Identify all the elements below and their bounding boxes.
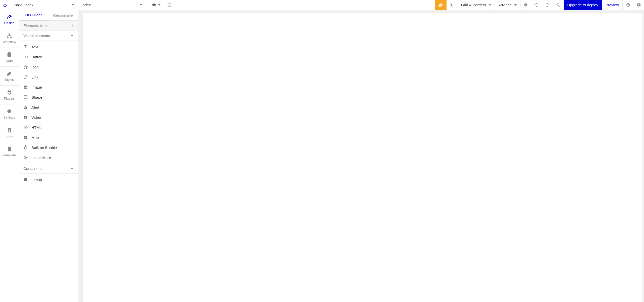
palette-item[interactable]: Link [19, 72, 78, 82]
settings-icon [7, 108, 12, 114]
3d-view-button[interactable] [520, 0, 531, 10]
logs-icon [7, 127, 12, 133]
chevron-right-icon [72, 24, 73, 27]
rail-item-label: Workflow [3, 40, 16, 44]
rail-item-label: Plugins [4, 97, 15, 100]
rail-item-logs[interactable]: Logs [0, 123, 19, 142]
edit-menu[interactable]: Edit [146, 0, 164, 10]
link-icon [23, 75, 28, 79]
elements-tree-header[interactable]: Elements tree [19, 21, 78, 31]
account-button[interactable] [633, 0, 644, 10]
elements-panel: UI Builder Responsive Elements tree Visu… [19, 10, 78, 302]
palette-item[interactable]: Video [19, 112, 78, 122]
gift-button[interactable] [435, 0, 447, 10]
palette-item-label: Text [31, 45, 38, 49]
left-rail: DesignWorkflowDataStylesPluginsSettingsL… [0, 10, 19, 302]
svg-point-2 [168, 3, 171, 7]
svg-line-7 [559, 6, 560, 7]
help-button[interactable] [623, 0, 633, 10]
caret-down-icon [140, 4, 142, 6]
preview-button[interactable]: Preview [602, 0, 623, 10]
arrange-label: Arrange [498, 3, 512, 7]
caret-down-icon [71, 35, 73, 36]
palette-item[interactable]: Built on Bubble [19, 142, 78, 153]
rail-item-styles[interactable]: Styles [0, 67, 19, 86]
palette-item[interactable]: Icon [19, 62, 78, 72]
caret-down-icon [71, 168, 73, 169]
section-title: Containers [23, 166, 42, 171]
caret-down-icon [489, 4, 491, 6]
caret-down-icon [514, 4, 517, 6]
grid-borders-label: Grid & Borders [461, 3, 486, 7]
palette-item[interactable]: Text [19, 42, 78, 52]
preview-label: Preview [606, 3, 619, 7]
grid-borders-menu[interactable]: Grid & Borders [457, 0, 495, 10]
rail-item-settings[interactable]: Settings [0, 104, 19, 123]
section-list: Group [19, 174, 78, 186]
page-selector-label: Page: index [14, 3, 33, 7]
section-header[interactable]: Containers [19, 164, 78, 174]
palette-item-label: Install More [31, 156, 51, 160]
save-status[interactable] [164, 0, 175, 10]
video-icon [23, 115, 28, 120]
rail-item-label: Template [3, 153, 16, 157]
palette-item[interactable]: Install More [19, 153, 78, 163]
palette-item[interactable]: Map [19, 132, 78, 142]
map-icon [23, 135, 28, 140]
app-logo[interactable] [0, 0, 10, 10]
rail-item-design[interactable]: Design [0, 10, 19, 29]
rail-item-template[interactable]: Template [0, 142, 19, 161]
search-button[interactable] [553, 0, 564, 10]
palette-item-label: Shape [31, 95, 42, 99]
rail-item-data[interactable]: Data [0, 48, 19, 67]
design-icon [7, 14, 12, 20]
undo-button[interactable] [531, 0, 542, 10]
palette-item-label: HTML [31, 125, 42, 130]
rail-item-plugins[interactable]: Plugins [0, 86, 19, 104]
caret-down-icon [158, 4, 160, 6]
rail-item-label: Design [4, 21, 14, 25]
upgrade-label: Upgrade to deploy [567, 3, 598, 7]
styles-icon [7, 71, 12, 76]
arrange-menu[interactable]: Arrange [495, 0, 520, 10]
rail-item-label: Styles [5, 78, 14, 82]
palette-item[interactable]: Button [19, 52, 78, 62]
plugins-icon [7, 90, 12, 95]
palette-item[interactable]: Alert [19, 102, 78, 112]
pointer-tool[interactable] [447, 0, 457, 10]
star-icon [23, 65, 28, 69]
section-header[interactable]: Visual elements [19, 31, 78, 41]
palette-item-label: Icon [31, 65, 38, 69]
panel-scroll[interactable]: Elements tree Visual elementsTextButtonI… [19, 21, 78, 302]
tab-ui-builder[interactable]: UI Builder [19, 10, 48, 20]
svg-point-0 [4, 4, 6, 7]
palette-item-label: Link [31, 75, 38, 79]
rail-item-label: Logs [6, 134, 13, 138]
bubble-icon [23, 145, 28, 150]
palette-item-label: Image [31, 85, 42, 89]
html-icon [23, 125, 28, 130]
redo-button[interactable] [542, 0, 553, 10]
topbar: Page: index Index Edit Grid & Borders Ar… [0, 0, 644, 10]
rail-item-label: Settings [4, 116, 15, 119]
page-selector[interactable]: Page: index [10, 0, 78, 10]
palette-item[interactable]: Shape [19, 92, 78, 102]
palette-item-label: Map [31, 135, 39, 140]
section-title: Visual elements [23, 33, 50, 38]
palette-item-label: Built on Bubble [31, 145, 57, 150]
palette-item-label: Video [31, 115, 41, 120]
text-icon [23, 45, 28, 49]
rail-item-workflow[interactable]: Workflow [0, 29, 19, 48]
app-body: DesignWorkflowDataStylesPluginsSettingsL… [0, 10, 644, 302]
palette-item[interactable]: HTML [19, 122, 78, 132]
palette-item[interactable]: Group [19, 175, 78, 185]
tab-responsive[interactable]: Responsive [48, 10, 78, 20]
panel-tabs: UI Builder Responsive [19, 10, 78, 21]
rail-item-label: Data [6, 59, 13, 63]
canvas[interactable] [83, 13, 642, 302]
element-selector[interactable]: Index [78, 0, 146, 10]
template-icon [7, 146, 12, 152]
upgrade-button[interactable]: Upgrade to deploy [564, 0, 602, 10]
palette-item[interactable]: Image [19, 82, 78, 92]
data-icon [7, 52, 12, 57]
